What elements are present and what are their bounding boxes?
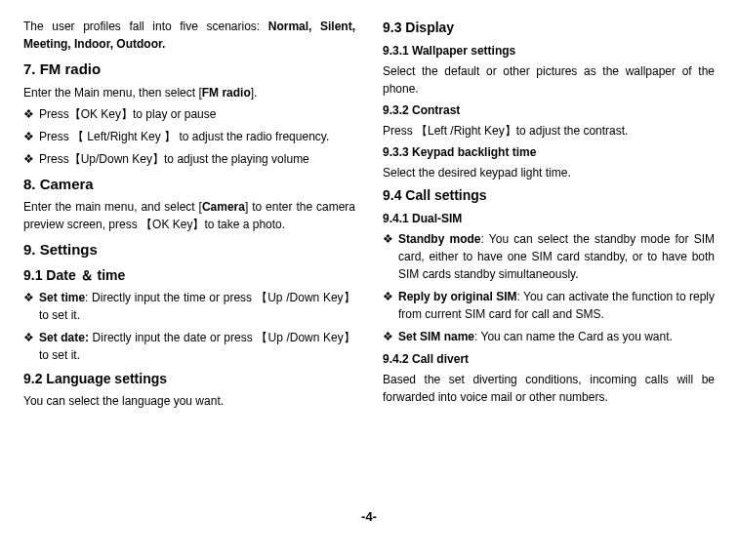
- text: : You can name the Card as you want.: [474, 330, 673, 343]
- bullet-item: ❖ Set date: Directly input the date or p…: [23, 329, 355, 364]
- profiles-intro: The user profiles fall into five scenari…: [23, 18, 355, 53]
- bullet-item: ❖ Press【OK Key】to play or pause: [23, 105, 355, 123]
- bullet-text: Set SIM name: You can name the Card as y…: [398, 328, 715, 345]
- section-9-title: 9. Settings: [23, 239, 355, 261]
- page-content: The user profiles fall into five scenari…: [23, 18, 715, 496]
- section-9-3-1-title: 9.3.1 Wallpaper settings: [383, 42, 715, 60]
- section-9-1-title: 9.1 Date ＆ time: [23, 265, 355, 286]
- bullet-text: Press 【 Left/Right Key 】 to adjust the r…: [39, 128, 355, 145]
- bullet-item: ❖ Set time: Directly input the time or p…: [23, 289, 355, 324]
- text: : Directly input the time or press 【Up /…: [39, 291, 355, 322]
- bullet-item: ❖ Reply by original SIM: You can activat…: [383, 288, 715, 323]
- diamond-bullet-icon: ❖: [383, 230, 398, 283]
- section-8-title: 8. Camera: [23, 174, 355, 196]
- bullet-text: Set date: Directly input the date or pre…: [39, 329, 355, 364]
- bullet-text: Reply by original SIM: You can activate …: [398, 288, 715, 323]
- camera-label: Camera: [202, 200, 245, 214]
- bullet-text: Press【OK Key】to play or pause: [39, 105, 355, 123]
- set-sim-name-label: Set SIM name: [398, 330, 474, 343]
- call-divert-text: Based the set diverting conditions, inco…: [383, 371, 715, 406]
- bullet-text: Standby mode: You can select the standby…: [398, 230, 715, 283]
- bullet-item: ❖ Set SIM name: You can name the Card as…: [383, 328, 715, 345]
- right-column: 9.3 Display 9.3.1 Wallpaper settings Sel…: [383, 18, 715, 496]
- language-text: You can select the language you want.: [23, 392, 355, 410]
- standby-mode-label: Standby mode: [398, 232, 481, 246]
- text: Enter the Main menu, then select [: [23, 86, 202, 100]
- section-9-4-title: 9.4 Call settings: [383, 185, 715, 206]
- section-9-3-2-title: 9.3.2 Contrast: [383, 101, 715, 119]
- wallpaper-text: Select the default or other pictures as …: [383, 62, 715, 98]
- backlight-text: Select the desired keypad light time.: [383, 164, 715, 181]
- diamond-bullet-icon: ❖: [23, 128, 39, 145]
- contrast-text: Press 【Left /Right Key】to adjust the con…: [383, 122, 715, 140]
- bullet-text: Press【Up/Down Key】to adjust the playing …: [39, 150, 355, 168]
- diamond-bullet-icon: ❖: [23, 150, 39, 168]
- section-7-title: 7. FM radio: [23, 59, 355, 81]
- diamond-bullet-icon: ❖: [23, 105, 39, 123]
- fm-radio-instruction: Enter the Main menu, then select [FM rad…: [23, 84, 355, 101]
- page-number: -4-: [23, 507, 715, 527]
- reply-sim-label: Reply by original SIM: [398, 290, 517, 303]
- section-9-4-1-title: 9.4.1 Dual-SIM: [383, 210, 715, 227]
- section-9-2-title: 9.2 Language settings: [23, 369, 355, 389]
- diamond-bullet-icon: ❖: [23, 329, 39, 364]
- bullet-item: ❖ Standby mode: You can select the stand…: [383, 230, 715, 283]
- text: Enter the main menu, and select [: [23, 200, 202, 214]
- left-column: The user profiles fall into five scenari…: [23, 18, 355, 496]
- bullet-item: ❖ Press【Up/Down Key】to adjust the playin…: [23, 150, 355, 168]
- section-9-4-2-title: 9.4.2 Call divert: [383, 350, 715, 368]
- intro-text: The user profiles fall into five scenari…: [23, 20, 268, 33]
- fm-radio-label: FM radio: [202, 86, 251, 100]
- diamond-bullet-icon: ❖: [23, 289, 39, 324]
- text: ].: [251, 86, 258, 100]
- diamond-bullet-icon: ❖: [383, 288, 398, 323]
- bullet-item: ❖ Press 【 Left/Right Key 】 to adjust the…: [23, 128, 355, 145]
- section-9-3-3-title: 9.3.3 Keypad backlight time: [383, 143, 715, 161]
- set-time-label: Set time: [39, 291, 85, 304]
- diamond-bullet-icon: ❖: [383, 328, 398, 345]
- section-9-3-title: 9.3 Display: [383, 18, 715, 38]
- camera-instruction: Enter the main menu, and select [Camera]…: [23, 198, 355, 233]
- set-date-label: Set date:: [39, 331, 89, 344]
- bullet-text: Set time: Directly input the time or pre…: [39, 289, 355, 324]
